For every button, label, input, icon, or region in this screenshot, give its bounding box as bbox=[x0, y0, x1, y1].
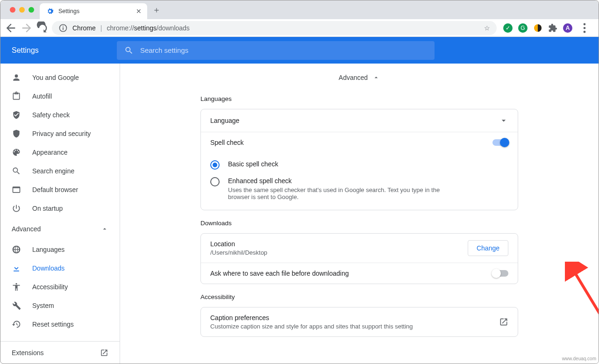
browser-menu-button[interactable] bbox=[578, 21, 591, 35]
radio-icon bbox=[210, 177, 220, 186]
search-icon bbox=[12, 166, 21, 176]
globe-icon bbox=[12, 245, 21, 254]
new-tab-button[interactable]: ＋ bbox=[150, 3, 163, 16]
minimize-window-button[interactable] bbox=[19, 7, 25, 13]
profile-avatar[interactable]: A bbox=[563, 23, 572, 33]
forward-button[interactable] bbox=[20, 21, 33, 35]
sidebar-item-languages[interactable]: Languages bbox=[0, 240, 120, 259]
annotation-arrow bbox=[565, 262, 599, 346]
advanced-section-divider[interactable]: Advanced bbox=[120, 69, 599, 86]
sidebar-advanced-toggle[interactable]: Advanced bbox=[0, 218, 120, 240]
open-external-icon bbox=[100, 349, 108, 357]
radio-icon bbox=[210, 160, 220, 170]
person-icon bbox=[12, 73, 21, 82]
sidebar-item-appearance[interactable]: Appearance bbox=[0, 143, 120, 162]
svg-point-6 bbox=[584, 30, 586, 33]
sidebar-item-system[interactable]: System bbox=[0, 296, 120, 315]
radio-basic-spell-check[interactable]: Basic spell check bbox=[201, 156, 518, 170]
url-chrome-label: Chrome bbox=[72, 24, 96, 32]
reload-button[interactable] bbox=[36, 21, 49, 35]
sidebar-item-reset[interactable]: Reset settings bbox=[0, 315, 120, 334]
extension-icon-shield[interactable]: ✓ bbox=[503, 23, 513, 33]
row-caption-preferences[interactable]: Caption preferences Customize caption si… bbox=[201, 307, 518, 336]
svg-rect-2 bbox=[63, 26, 64, 27]
settings-search[interactable] bbox=[117, 41, 435, 60]
extension-icon-grammarly[interactable]: G bbox=[518, 23, 528, 33]
close-window-button[interactable] bbox=[10, 7, 15, 13]
change-location-button[interactable]: Change bbox=[468, 240, 508, 256]
svg-point-4 bbox=[584, 23, 586, 25]
open-external-icon bbox=[499, 317, 508, 327]
search-icon bbox=[124, 46, 134, 55]
accessibility-icon bbox=[12, 282, 21, 292]
row-download-location: Location /Users/nikhil/Desktop Change bbox=[201, 234, 518, 263]
tab-title: Settings bbox=[58, 8, 79, 14]
radio-enhanced-spell-check[interactable]: Enhanced spell check Uses the same spell… bbox=[201, 170, 518, 202]
settings-header: Settings bbox=[0, 37, 599, 64]
sidebar-item-you-and-google[interactable]: You and Google bbox=[0, 68, 120, 87]
sidebar-item-accessibility[interactable]: Accessibility bbox=[0, 278, 120, 296]
address-bar[interactable]: Chrome | chrome://settings/downloads ☆ bbox=[52, 21, 497, 35]
extensions-puzzle-icon[interactable] bbox=[548, 23, 557, 33]
page-title: Settings bbox=[12, 46, 39, 55]
browser-icon bbox=[12, 185, 21, 194]
sidebar: You and Google Autofill Safety check Pri… bbox=[0, 64, 120, 364]
chevron-up-icon bbox=[101, 225, 108, 233]
svg-point-5 bbox=[584, 27, 586, 29]
main-content: Advanced Languages Language Spell check … bbox=[120, 64, 599, 364]
tab-strip: Settings ✕ ＋ bbox=[0, 0, 599, 19]
watermark: www.deuaq.com bbox=[562, 356, 596, 361]
star-icon[interactable]: ☆ bbox=[484, 24, 490, 32]
extension-icons: ✓ G A bbox=[499, 21, 595, 35]
maximize-window-button[interactable] bbox=[29, 7, 34, 13]
sidebar-item-extensions[interactable]: Extensions bbox=[0, 341, 120, 364]
toolbar: Chrome | chrome://settings/downloads ☆ ✓… bbox=[0, 19, 599, 37]
window-controls bbox=[10, 7, 34, 13]
svg-rect-1 bbox=[63, 27, 64, 30]
row-spell-check: Spell check bbox=[201, 132, 518, 153]
section-accessibility: Accessibility Caption preferences Custom… bbox=[200, 284, 518, 337]
close-tab-icon[interactable]: ✕ bbox=[136, 7, 142, 15]
ask-save-toggle[interactable] bbox=[492, 270, 508, 277]
wrench-icon bbox=[12, 301, 21, 310]
extension-icon-circle[interactable] bbox=[533, 23, 542, 33]
svg-line-7 bbox=[573, 270, 599, 341]
sidebar-item-search-engine[interactable]: Search engine bbox=[0, 162, 120, 180]
section-downloads: Downloads Location /Users/nikhil/Desktop… bbox=[200, 210, 518, 284]
section-languages: Languages Language Spell check Basic spe… bbox=[200, 86, 518, 210]
shield-check-icon bbox=[12, 110, 21, 120]
sidebar-item-default-browser[interactable]: Default browser bbox=[0, 180, 120, 199]
gear-icon bbox=[45, 7, 55, 16]
row-language[interactable]: Language bbox=[201, 109, 518, 132]
chevron-up-icon bbox=[372, 74, 380, 81]
sidebar-item-autofill[interactable]: Autofill bbox=[0, 87, 120, 106]
shield-icon bbox=[12, 129, 21, 138]
sidebar-item-downloads[interactable]: Downloads bbox=[0, 259, 120, 278]
chevron-down-icon bbox=[499, 116, 508, 125]
settings-search-input[interactable] bbox=[140, 46, 427, 54]
restore-icon bbox=[12, 320, 21, 329]
browser-tab[interactable]: Settings ✕ bbox=[40, 3, 147, 19]
site-info-icon bbox=[58, 23, 68, 33]
clipboard-icon bbox=[12, 92, 21, 101]
palette-icon bbox=[12, 148, 21, 157]
power-icon bbox=[12, 204, 21, 213]
sidebar-item-safety-check[interactable]: Safety check bbox=[0, 106, 120, 124]
row-ask-where-to-save: Ask where to save each file before downl… bbox=[201, 263, 518, 284]
spell-check-toggle[interactable] bbox=[492, 139, 508, 146]
back-button[interactable] bbox=[4, 21, 17, 35]
download-icon bbox=[12, 264, 21, 273]
sidebar-item-on-startup[interactable]: On startup bbox=[0, 199, 120, 218]
sidebar-item-privacy[interactable]: Privacy and security bbox=[0, 124, 120, 143]
